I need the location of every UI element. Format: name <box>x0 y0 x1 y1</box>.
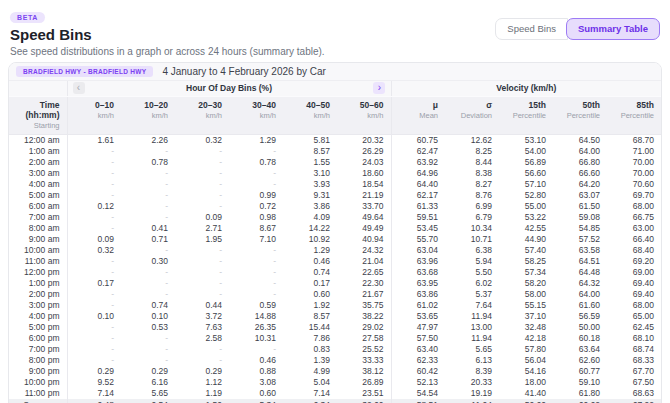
bin-cell: 0.99 <box>229 190 283 201</box>
bin-cell: 4.09 <box>283 212 337 223</box>
bin-cell: 0.17 <box>283 278 337 289</box>
bin-cell: 21.04 <box>337 256 391 267</box>
bin-cell: 0.29 <box>121 366 175 377</box>
time-cell: 6:00 am <box>9 201 67 212</box>
velocity-cell: 63.96 <box>391 256 445 267</box>
velocity-cell: 63.86 <box>391 289 445 300</box>
velocity-cell: 52.13 <box>391 377 445 388</box>
velocity-cell: 62.45 <box>607 322 661 333</box>
velocity-cell: 44.90 <box>499 234 553 245</box>
bin-cell: 1.29 <box>283 245 337 256</box>
table-row: 3:00 pm-0.740.440.591.9235.7561.027.6455… <box>9 300 661 311</box>
velocity-cell: 63.00 <box>607 223 661 234</box>
bin-cell: 10.31 <box>229 333 283 344</box>
bin-cell: 0.46 <box>229 355 283 366</box>
velocity-cell: 56.04 <box>499 355 553 366</box>
velocity-cell: 10.34 <box>445 223 499 234</box>
bin-cell: 33.33 <box>337 355 391 366</box>
route-badge[interactable]: BRADFIELD HWY - BRADFIELD HWY <box>16 66 153 77</box>
velocity-cell: 55.15 <box>499 300 553 311</box>
velocity-cell: 57.40 <box>499 245 553 256</box>
velocity-cell: 11.04 <box>445 399 499 403</box>
velocity-cell: 57.50 <box>391 333 445 344</box>
bin-cell: - <box>175 245 229 256</box>
bin-cell: - <box>175 355 229 366</box>
bin-cell: 25.52 <box>337 344 391 355</box>
velocity-cell: 6.79 <box>445 212 499 223</box>
bin-cell: - <box>229 146 283 157</box>
table-row: 10:00 am0.32---1.2924.3263.046.3857.4063… <box>9 245 661 256</box>
bin-cell: 18.54 <box>337 179 391 190</box>
bin-cell: - <box>175 256 229 267</box>
page-title: Speed Bins <box>10 27 325 44</box>
velocity-cell: 59.08 <box>553 212 607 223</box>
speed-bins-table: ‹ Hour Of Day Bins (%) › Velocity (km/h)… <box>9 81 661 403</box>
time-cell: 8:00 am <box>9 223 67 234</box>
bin-cell: 0.74 <box>121 300 175 311</box>
velocity-cell: 54.54 <box>391 388 445 399</box>
velocity-cell: 63.58 <box>553 245 607 256</box>
time-cell: Summary <box>9 399 67 403</box>
bin-cell: 1.39 <box>283 355 337 366</box>
bin-cell: 1.12 <box>175 377 229 388</box>
velocity-cell: 53.45 <box>391 223 445 234</box>
bin-cell: 3.08 <box>229 377 283 388</box>
table-row: 11:00 pm7.145.651.190.607.1423.5154.5419… <box>9 388 661 399</box>
bin-cell: 7.14 <box>283 388 337 399</box>
velocity-cell: 55.00 <box>499 201 553 212</box>
bin-cell: 0.29 <box>175 366 229 377</box>
velocity-cell: 50.60 <box>499 399 553 403</box>
speed-bins-page: BETA Speed Bins See speed distributions … <box>0 0 670 403</box>
velocity-cell: 41.40 <box>499 388 553 399</box>
bin-cell: - <box>121 355 175 366</box>
bin-cell: - <box>67 333 121 344</box>
bin-cell: 26.29 <box>337 146 391 157</box>
velocity-cell: 5.65 <box>445 344 499 355</box>
velocity-cell: 68.00 <box>607 300 661 311</box>
bin-cell: - <box>121 168 175 179</box>
velocity-cell: 66.60 <box>553 168 607 179</box>
bin-cell: 1.92 <box>283 300 337 311</box>
velocity-cell: 18.00 <box>499 377 553 388</box>
velocity-cell: 64.00 <box>553 289 607 300</box>
velocity-cell: 37.10 <box>499 311 553 322</box>
bin-cell: - <box>229 245 283 256</box>
filter-bar: BRADFIELD HWY - BRADFIELD HWY 4 January … <box>9 63 661 81</box>
bin-cell: - <box>67 179 121 190</box>
bin-cell: - <box>175 146 229 157</box>
bin-cell: 0.12 <box>67 201 121 212</box>
page-header: BETA Speed Bins See speed distributions … <box>0 0 670 57</box>
bin-cell: 3.10 <box>283 168 337 179</box>
tab-summary-table[interactable]: Summary Table <box>566 18 660 40</box>
velocity-column-header: μMean <box>391 97 445 135</box>
velocity-cell: 65.00 <box>607 311 661 322</box>
bin-cell: 5.34 <box>229 399 283 403</box>
velocity-cell: 8.44 <box>445 157 499 168</box>
time-cell: 10:00 pm <box>9 377 67 388</box>
bin-cell: - <box>175 179 229 190</box>
bin-cell: 33.70 <box>337 201 391 212</box>
beta-badge: BETA <box>10 12 45 23</box>
velocity-group-label: Velocity (km/h) <box>496 83 556 93</box>
velocity-cell: 60.62 <box>553 399 607 403</box>
bin-cell: - <box>175 344 229 355</box>
bin-cell: 0.09 <box>175 212 229 223</box>
velocity-cell: 67.50 <box>607 377 661 388</box>
bin-cell: 5.81 <box>283 135 337 146</box>
group-header-row: ‹ Hour Of Day Bins (%) › Velocity (km/h) <box>9 81 661 97</box>
velocity-cell: 20.33 <box>445 377 499 388</box>
bin-cell: 0.60 <box>229 388 283 399</box>
velocity-cell: 59.10 <box>553 377 607 388</box>
tab-speed-bins[interactable]: Speed Bins <box>495 18 568 40</box>
bins-scroll-right-button[interactable]: › <box>373 82 385 94</box>
velocity-cell: 58.00 <box>499 289 553 300</box>
velocity-cell: 62.47 <box>391 146 445 157</box>
bin-cell: 5.65 <box>121 388 175 399</box>
velocity-cell: 54.85 <box>553 223 607 234</box>
bin-cell: 0.29 <box>67 366 121 377</box>
bin-cell: - <box>121 201 175 212</box>
velocity-cell: 63.40 <box>391 344 445 355</box>
bins-scroll-left-button[interactable]: ‹ <box>73 82 85 94</box>
time-cell: 7:00 am <box>9 212 67 223</box>
column-header-row: Time (hh:mm)Starting0–10km/h10–20km/h20–… <box>9 97 661 135</box>
